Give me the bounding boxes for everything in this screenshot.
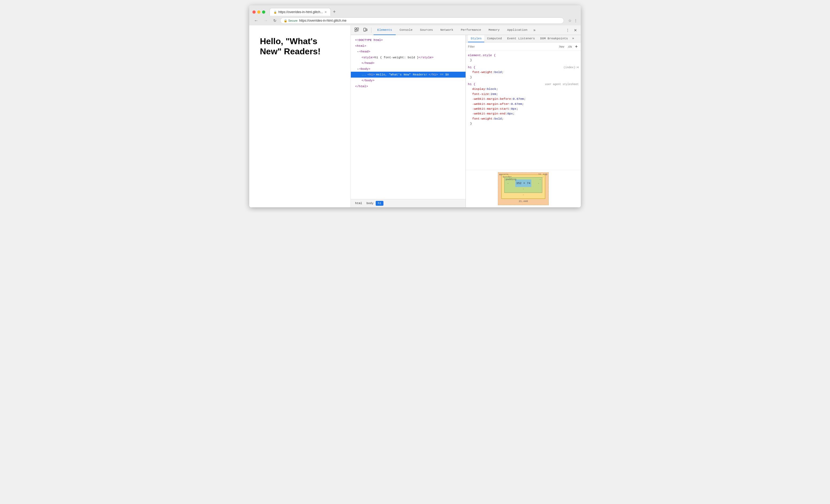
tab-sources[interactable]: Sources (416, 25, 437, 35)
new-tab-button[interactable]: + (331, 8, 338, 16)
subtab-computed[interactable]: Computed (484, 35, 504, 42)
styles-panel: Styles Computed Event Listeners DOM Brea… (466, 35, 581, 207)
close-button[interactable] (252, 10, 256, 13)
elements-tree: <!DOCTYPE html> <html> ▾<head> <style>h1… (351, 35, 466, 199)
doctype-text: <!DOCTYPE html> (355, 38, 383, 42)
value-0-67em-after[interactable]: 0.67em (511, 102, 522, 106)
subtab-dom-breakpoints[interactable]: DOM Breakpoints (538, 35, 571, 42)
padding-value: - (539, 178, 541, 181)
tree-head-close[interactable]: </head> (351, 60, 466, 66)
prop-font-size[interactable]: font-size (468, 92, 489, 97)
value-bold-ua[interactable]: bold (494, 116, 502, 121)
prop-font-weight[interactable]: font-weight (468, 70, 492, 75)
tab-close-icon[interactable]: × (325, 10, 327, 14)
devtools-settings-button[interactable]: ⋮ (564, 27, 571, 33)
prop-webkit-margin-start[interactable]: -webkit-margin-start (468, 106, 509, 111)
eq-sign: == $0 (440, 72, 449, 77)
browser-window: 🔒 https://overrides-in-html.glitch... × … (249, 5, 581, 207)
address-bar-input[interactable]: 🔒 Secure https://overrides-in-html.glitc… (280, 18, 564, 24)
tab-console[interactable]: Console (396, 25, 416, 35)
device-toolbar-button[interactable] (361, 27, 369, 34)
tree-html-close[interactable]: </html> (351, 84, 466, 89)
styles-filter-buttons: :hov .cls + (557, 43, 579, 50)
value-0-67em-before[interactable]: 0.67em (513, 97, 524, 101)
tab-performance[interactable]: Performance (457, 25, 485, 35)
value-0px-end[interactable]: 0px (507, 111, 513, 116)
css-rule-h1-header: h1 { (index):4 (468, 65, 579, 70)
breadcrumb-html[interactable]: html (353, 201, 364, 206)
box-margin: margin 21.440 border - padding - (498, 172, 549, 205)
css-rule-element-style: element.style { } (466, 52, 581, 64)
hov-filter-button[interactable]: :hov (557, 44, 565, 49)
body-triangle-icon: ▾ (357, 68, 359, 71)
value-bold[interactable]: bold (494, 70, 502, 75)
secure-label: Secure (288, 19, 298, 22)
tree-body[interactable]: ▾<body> (351, 66, 466, 72)
html-tag: <html> (355, 44, 366, 48)
styles-filter-bar: :hov .cls + (466, 42, 581, 51)
minimize-button[interactable] (257, 10, 260, 13)
forward-button[interactable]: → (262, 18, 269, 24)
h1-tag-close: </h1> (428, 72, 438, 77)
prop-font-weight-ua[interactable]: font-weight (468, 116, 492, 121)
tree-html-open[interactable]: <html> (351, 43, 466, 49)
tree-head[interactable]: ▾<head> (351, 49, 466, 55)
back-button[interactable]: ← (252, 18, 260, 24)
page-heading: Hello, "What's New" Readers! (260, 36, 340, 57)
breadcrumb-bar: html body h1 (351, 199, 466, 207)
styles-filter-input[interactable] (468, 45, 555, 48)
padding-label: padding (506, 178, 516, 181)
css-prop-font-weight-ua: font-weight : bold ; (468, 116, 579, 121)
tab-network[interactable]: Network (437, 25, 457, 35)
css-rule-element-style-header: element.style { (468, 53, 579, 58)
subtab-styles[interactable]: Styles (468, 35, 484, 42)
maximize-button[interactable] (262, 10, 265, 13)
browser-tab[interactable]: 🔒 https://overrides-in-html.glitch... × (269, 8, 331, 16)
tree-h1-line[interactable]: ... <h1>Hello, "What's New" Readers!</h1… (351, 72, 466, 77)
bookmark-icon[interactable]: ☆ (568, 19, 572, 23)
inspect-element-button[interactable] (353, 27, 360, 34)
title-bar: 🔒 https://overrides-in-html.glitch... × … (249, 5, 581, 16)
cls-filter-button[interactable]: .cls (566, 44, 573, 49)
element-style-selector[interactable]: element.style { (468, 53, 496, 58)
subtab-event-listeners[interactable]: Event Listeners (505, 35, 538, 42)
tree-style[interactable]: <style>h1 { font-weight: bold }</style> (351, 55, 466, 60)
devtools-toolbar-right: ⋮ ✕ (564, 27, 579, 33)
box-padding: padding - - 352 × 74 - (504, 177, 542, 193)
ua-stylesheet-label: user agent stylesheet (545, 83, 579, 87)
breadcrumb-body[interactable]: body (364, 201, 376, 206)
devtools-toolbar: Elements Console Sources Network Perform… (351, 25, 581, 35)
css-colon-1: : (492, 70, 494, 75)
tree-doctype: <!DOCTYPE html> (351, 37, 466, 43)
h1-selector[interactable]: h1 { (468, 65, 475, 70)
tab-elements[interactable]: Elements (374, 25, 396, 35)
prop-display[interactable]: display (468, 87, 485, 92)
ellipsis-icon: ... (361, 72, 366, 77)
margin-bottom-value: 21.440 (501, 200, 545, 203)
devtools-close-button[interactable]: ✕ (572, 27, 579, 33)
prop-webkit-margin-end[interactable]: -webkit-margin-end (468, 111, 505, 116)
h1-ua-rule-close: } (468, 121, 579, 126)
more-subtabs-button[interactable]: » (571, 35, 576, 42)
tab-application[interactable]: Application (504, 25, 531, 35)
tree-body-close[interactable]: </body> (351, 77, 466, 84)
value-block[interactable]: block (487, 87, 496, 92)
css-prop-font-size: font-size : 2em ; (468, 92, 579, 97)
prop-webkit-margin-after[interactable]: -webkit-margin-after (468, 102, 509, 106)
tab-memory[interactable]: Memory (485, 25, 503, 35)
element-style-close: } (468, 58, 579, 63)
svg-rect-4 (366, 29, 367, 31)
styles-subtabs: Styles Computed Event Listeners DOM Brea… (466, 35, 581, 42)
h1-ua-selector[interactable]: h1 { (468, 82, 475, 87)
value-2em[interactable]: 2em (491, 92, 496, 97)
value-0px-start[interactable]: 0px (511, 106, 517, 111)
menu-icon[interactable]: ⋮ (574, 19, 578, 23)
more-tabs-button[interactable]: » (531, 25, 538, 35)
breadcrumb-h1[interactable]: h1 (376, 201, 383, 206)
add-style-rule-button[interactable]: + (574, 43, 579, 50)
svg-point-5 (364, 31, 365, 31)
box-model-container: margin 21.440 border - padding - (498, 172, 549, 205)
prop-webkit-margin-before[interactable]: -webkit-margin-before (468, 97, 511, 101)
head-tag: <head> (359, 50, 370, 53)
reload-button[interactable]: ↻ (272, 18, 278, 23)
